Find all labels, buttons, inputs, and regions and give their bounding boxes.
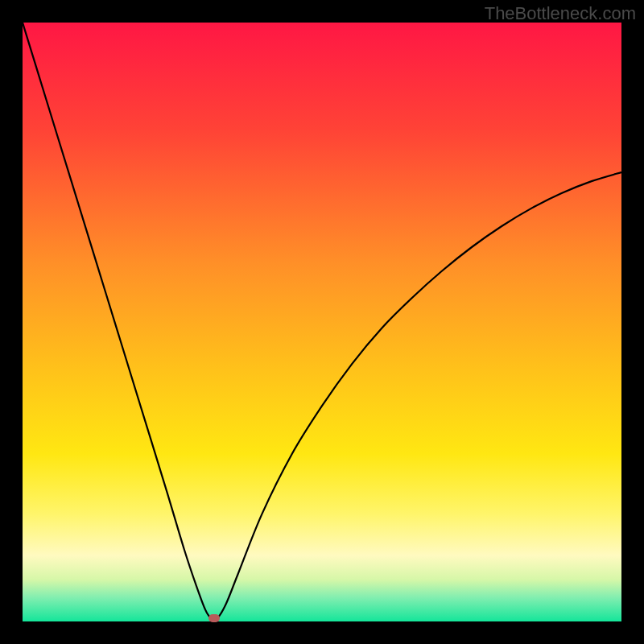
plot-area <box>23 23 621 621</box>
plot-frame <box>23 23 621 621</box>
watermark: TheBottleneck.com <box>485 3 636 24</box>
optimal-point-marker <box>208 614 220 622</box>
bottleneck-curve <box>23 23 621 620</box>
curve-layer <box>23 23 621 621</box>
chart-container: TheBottleneck.com <box>0 0 644 644</box>
